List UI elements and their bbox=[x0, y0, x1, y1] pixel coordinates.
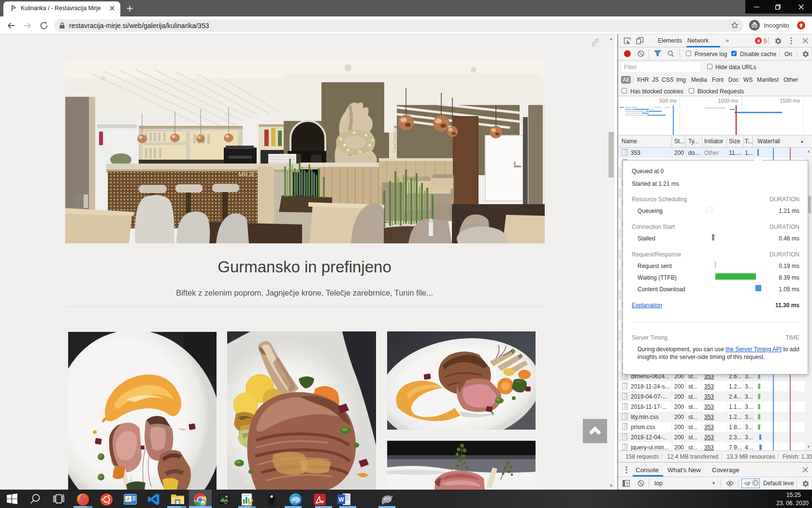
svg-text:MRJE: MRJE bbox=[238, 171, 256, 178]
svg-text:W: W bbox=[338, 496, 344, 503]
